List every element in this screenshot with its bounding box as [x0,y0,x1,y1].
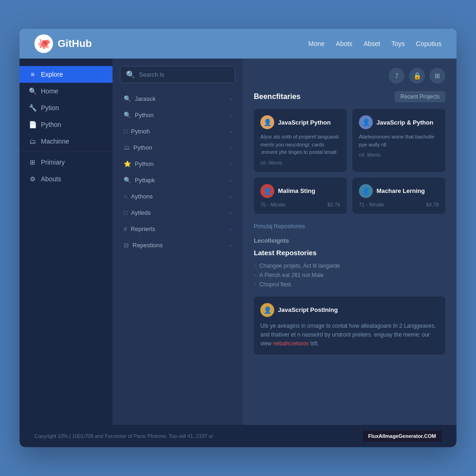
category-python-2[interactable]: 🗂Python › [120,139,235,156]
lock-icon-btn[interactable]: 🔒 [409,68,425,84]
gear-icon: ⚙ [29,175,36,183]
category-python-3[interactable]: ⭐Python › [120,156,235,172]
cards-grid: 👤 JavaScript Python Alyur ats onth of pr… [254,109,445,214]
category-reprierts[interactable]: #Reprierts › [120,221,235,237]
big-card-link[interactable]: nebahcretoros [273,340,309,347]
beneficiaries-title: Beencfitaries [254,93,301,101]
card-meta-right-3: $2.76 [327,202,340,207]
grid-icon-btn[interactable]: ⊞ [430,68,445,84]
big-card-desc: Uls ye aveagins in ornage to contat how … [260,322,439,349]
browser-window: 🐙 GitHub Mone Abots Abset Toys Coputius … [20,29,456,447]
big-card: 👤 JavaScript Postlning Uls ye aveagins i… [254,297,445,355]
search-input[interactable] [139,71,229,78]
sidebar-label-explore: Explore [41,71,63,78]
card-desc-2: Alarlesronoes wone that bacholle pye wul… [359,133,439,148]
explore-icon: ≡ [29,71,36,78]
sidebar: ≡ Explore 🔍 Home 🔧 Pytion 📄 Python 🗂 Mac… [20,59,112,425]
chevron-right-icon: › [230,194,231,199]
category-repestions[interactable]: ⊟Repestions › [120,237,235,253]
list-item-3: Choprul fiest. [254,280,445,289]
sidebar-item-machinne[interactable]: 🗂 Machinne [20,133,112,150]
sidebar-label-machinne: Machinne [41,138,69,145]
sidebar-label-pytion: Pytion [41,104,59,112]
card-desc-1: Alyur ats onth of projeref languasd-ment… [260,133,340,156]
nav-link-abots[interactable]: Abots [336,40,352,47]
big-card-avatar: 👤 [260,303,274,317]
logo-area: 🐙 GitHub [34,34,92,53]
footer-badge: FluxAllmageGenerator.COM [363,430,442,442]
card-malima: 👤 Malima Sting 76 - Minale $2.76 [254,178,347,214]
middle-panel: 🔍 🔍Jarasck › 🔍Python › □Pytnoh › 🗂Python… [112,59,243,425]
card-title-1: JavaScript Python [278,119,331,126]
chevron-right-icon: › [230,96,231,102]
card-avatar-4: 👤 [359,184,373,198]
list-item-2: A Pleroh eat 261 not Male [254,271,445,280]
top-nav-links: Mone Abots Abset Toys Coputius [308,40,442,48]
chevron-right-icon: › [230,129,231,134]
category-pyttapk[interactable]: 🔍Pyttapk › [120,172,235,188]
card-title-2: JavaScrip & Python [377,119,433,126]
nav-link-coputius[interactable]: Coputius [416,40,442,47]
category-pytnoh[interactable]: □Pytnoh › [120,123,235,139]
beneficiaries-header: Beencfitaries Recent Projects [254,91,445,102]
card-avatar-3: 👤 [260,184,274,198]
list-item-1: Changee projets, Act lti langarde [254,261,445,271]
card-meta-left-2: nil- Menis [359,152,381,158]
top-nav: 🐙 GitHub Mone Abots Abset Toys Coputius [20,29,456,59]
card-title-3: Malima Sting [278,187,315,194]
sidebar-item-python[interactable]: 📄 Python [20,116,112,133]
chevron-right-icon: › [230,161,231,167]
category-python-1[interactable]: 🔍Python › [120,107,235,123]
sidebar-item-explore[interactable]: ≡ Explore [20,66,112,83]
share-icon-btn[interactable]: ⤴ [389,68,404,84]
chevron-right-icon: › [230,226,231,232]
grid-icon: 🗂 [29,138,36,145]
principal-repositories-link[interactable]: Prinulaj Repositories [254,223,445,230]
table-icon: ⊞ [29,159,36,166]
sidebar-item-abouts[interactable]: ⚙ Abouts [20,171,112,187]
card-meta-left-4: 71 - Minale [359,202,384,207]
sidebar-label-primiary: Primiary [41,159,65,166]
latest-repositories-title: Latest Repostories [254,249,445,257]
category-aytleds[interactable]: □Aytleds › [120,205,235,221]
nav-link-mone[interactable]: Mone [308,40,324,47]
chevron-right-icon: › [230,243,231,248]
card-avatar-2: 👤 [359,115,373,129]
footer: Copyright 10% | 1001/708 and Forcester o… [20,425,456,447]
sidebar-label-python: Python [41,121,61,128]
category-aythons[interactable]: ○Aythons › [120,188,235,205]
chevron-right-icon: › [230,210,231,216]
sidebar-item-primiary[interactable]: ⊞ Primiary [20,154,112,171]
card-machare: 👤 Machare Lerning 71 - Minale $4.78 [352,178,445,214]
search-bar[interactable]: 🔍 [120,66,235,83]
footer-copyright: Copyright 10% | 1001/708 and Forcester o… [34,433,213,439]
category-jarasck[interactable]: 🔍Jarasck › [120,91,235,107]
wrench-icon: 🔧 [29,104,36,112]
chevron-right-icon: › [230,178,231,183]
card-title-4: Machare Lerning [377,187,425,194]
sidebar-item-pytion[interactable]: 🔧 Pytion [20,99,112,116]
card-avatar-1: 👤 [260,115,274,129]
card-meta-left-1: nil- Menis [260,160,282,165]
latest-list: Changee projets, Act lti langarde A Pler… [254,261,445,289]
recent-projects-button[interactable]: Recent Projects [395,91,445,102]
chevron-right-icon: › [230,112,231,118]
card-meta-left-3: 76 - Minale [260,202,285,207]
sidebar-item-home[interactable]: 🔍 Home [20,83,112,99]
search-icon: 🔍 [126,70,135,79]
card-javascript-python: 👤 JavaScript Python Alyur ats onth of pr… [254,109,347,172]
nav-link-toys[interactable]: Toys [391,40,405,47]
sidebar-label-home: Home [41,87,58,95]
github-logo-icon: 🐙 [34,34,53,53]
right-panel: ⤴ 🔒 ⊞ Beencfitaries Recent Projects 👤 Ja… [243,59,456,425]
chevron-right-icon: › [230,145,231,151]
card-javascript-python-2: 👤 JavaScrip & Python Alarlesronoes wone … [352,109,445,172]
card-meta-right-4: $4.78 [426,202,439,207]
big-card-title: JavaScript Postlning [278,306,338,313]
lecollsignts-title: Lecollsignts [254,237,445,244]
home-icon: 🔍 [29,87,36,95]
main-area: ≡ Explore 🔍 Home 🔧 Pytion 📄 Python 🗂 Mac… [20,59,456,425]
sidebar-label-abouts: Abouts [41,175,61,183]
logo-text: GitHub [58,38,92,50]
nav-link-abset[interactable]: Abset [364,40,380,47]
